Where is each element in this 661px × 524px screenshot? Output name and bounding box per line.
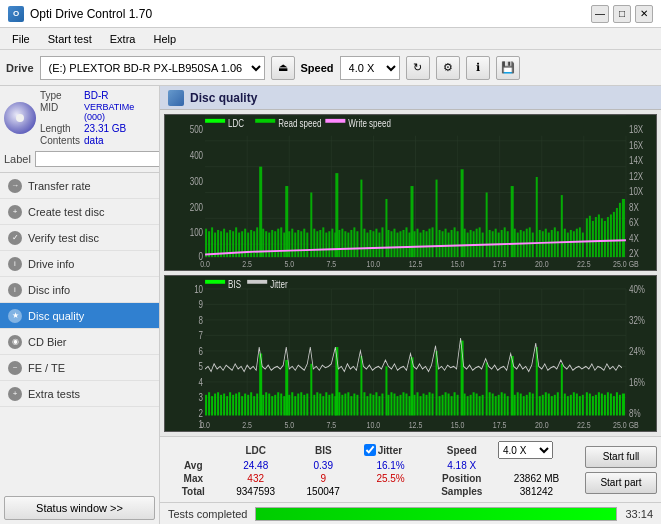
label-input[interactable] xyxy=(35,151,160,167)
svg-text:5.0: 5.0 xyxy=(284,260,294,270)
svg-rect-94 xyxy=(325,233,327,258)
speed-value-select[interactable]: 4.0 X Max 2.0 X xyxy=(498,441,553,459)
status-bar: Tests completed 33:14 xyxy=(160,502,661,524)
total-bis: 150047 xyxy=(291,485,356,498)
svg-rect-102 xyxy=(350,230,352,257)
ldc-col-header: LDC xyxy=(221,444,291,457)
svg-rect-249 xyxy=(285,360,288,416)
svg-text:7.5: 7.5 xyxy=(326,260,336,270)
svg-rect-97 xyxy=(334,233,336,258)
nav-item-drive-info[interactable]: i Drive info xyxy=(0,251,159,277)
drive-select[interactable]: (E:) PLEXTOR BD-R PX-LB950SA 1.06 xyxy=(40,56,265,80)
nav-label-disc-quality: Disc quality xyxy=(28,310,84,322)
svg-rect-357 xyxy=(579,396,581,415)
svg-rect-312 xyxy=(420,396,422,415)
samples-label: Samples xyxy=(425,485,498,498)
svg-rect-371 xyxy=(622,394,625,416)
svg-rect-106 xyxy=(366,233,368,258)
nav-item-disc-quality[interactable]: ★ Disc quality xyxy=(0,303,159,329)
start-part-button[interactable]: Start part xyxy=(585,472,657,494)
svg-rect-242 xyxy=(229,392,231,415)
svg-text:0.0: 0.0 xyxy=(200,260,210,270)
svg-rect-58 xyxy=(247,233,249,258)
svg-rect-112 xyxy=(387,230,389,257)
svg-rect-103 xyxy=(353,227,355,257)
svg-rect-310 xyxy=(414,395,416,416)
nav-item-fe-te[interactable]: ~ FE / TE xyxy=(0,355,159,381)
svg-rect-282 xyxy=(319,394,321,416)
svg-text:8X: 8X xyxy=(629,202,639,213)
svg-rect-296 xyxy=(366,396,368,415)
svg-rect-298 xyxy=(372,395,374,416)
svg-rect-146 xyxy=(504,227,506,257)
ldc-header xyxy=(166,449,221,451)
nav-item-transfer-rate[interactable]: → Transfer rate xyxy=(0,173,159,199)
svg-text:100: 100 xyxy=(190,227,203,238)
svg-rect-270 xyxy=(277,392,279,415)
info-button[interactable]: ℹ xyxy=(466,56,490,80)
speed-select[interactable]: 4.0 X Max 2.0 X 1.0 X xyxy=(340,56,400,80)
mid-key: MID xyxy=(40,102,80,122)
eject-button[interactable]: ⏏ xyxy=(271,56,295,80)
disc-panel-header: Type BD-R MID VERBATIMe (000) Length 23.… xyxy=(4,90,155,146)
svg-rect-238 xyxy=(217,392,219,415)
svg-rect-269 xyxy=(274,395,276,416)
svg-rect-283 xyxy=(322,396,324,415)
svg-rect-105 xyxy=(363,229,365,257)
svg-rect-333 xyxy=(495,396,497,415)
nav-item-cd-bier[interactable]: ◉ CD Bier xyxy=(0,329,159,355)
svg-rect-290 xyxy=(344,394,346,416)
svg-rect-325 xyxy=(467,396,469,415)
close-button[interactable]: ✕ xyxy=(635,5,653,23)
speed-select-cell: 4.0 X Max 2.0 X xyxy=(498,441,575,459)
avg-jitter: 16.1% xyxy=(356,459,426,472)
svg-rect-71 xyxy=(486,193,488,258)
label-key: Label xyxy=(4,153,31,165)
svg-rect-348 xyxy=(548,394,550,416)
svg-rect-101 xyxy=(347,233,349,258)
svg-rect-322 xyxy=(454,392,456,415)
svg-rect-163 xyxy=(567,233,569,258)
settings-button[interactable]: ⚙ xyxy=(436,56,460,80)
toolbar: Drive (E:) PLEXTOR BD-R PX-LB950SA 1.06 … xyxy=(0,50,661,86)
svg-text:500: 500 xyxy=(190,124,203,135)
svg-rect-113 xyxy=(390,231,392,257)
refresh-button[interactable]: ↻ xyxy=(406,56,430,80)
menu-help[interactable]: Help xyxy=(145,31,184,47)
svg-rect-110 xyxy=(378,233,380,258)
nav-item-create-test-disc[interactable]: + Create test disc xyxy=(0,199,159,225)
nav-item-disc-info[interactable]: i Disc info xyxy=(0,277,159,303)
svg-rect-293 xyxy=(353,394,355,416)
svg-rect-136 xyxy=(470,230,472,257)
menu-file[interactable]: File xyxy=(4,31,38,47)
svg-text:20.0: 20.0 xyxy=(535,260,549,270)
jitter-checkbox[interactable] xyxy=(364,444,376,456)
nav-item-extra-tests[interactable]: + Extra tests xyxy=(0,381,159,407)
svg-rect-363 xyxy=(598,392,600,415)
svg-rect-64 xyxy=(310,193,312,258)
minimize-button[interactable]: — xyxy=(591,5,609,23)
svg-rect-261 xyxy=(247,395,249,416)
svg-rect-115 xyxy=(396,233,398,258)
svg-rect-166 xyxy=(576,229,578,257)
start-full-button[interactable]: Start full xyxy=(585,446,657,468)
svg-rect-266 xyxy=(265,392,267,415)
nav-item-verify-test-disc[interactable]: ✓ Verify test disc xyxy=(0,225,159,251)
svg-rect-271 xyxy=(280,394,282,416)
svg-rect-143 xyxy=(495,229,497,257)
svg-text:BIS: BIS xyxy=(228,279,241,290)
svg-rect-85 xyxy=(294,233,296,258)
svg-rect-291 xyxy=(347,392,349,415)
svg-rect-300 xyxy=(378,396,380,415)
svg-rect-118 xyxy=(405,227,407,257)
svg-rect-284 xyxy=(325,392,327,415)
maximize-button[interactable]: □ xyxy=(613,5,631,23)
svg-rect-366 xyxy=(607,392,609,415)
svg-rect-79 xyxy=(274,231,276,257)
jitter-checkbox-cell: Jitter xyxy=(356,443,426,457)
menu-extra[interactable]: Extra xyxy=(102,31,144,47)
svg-rect-360 xyxy=(589,394,591,416)
status-window-button[interactable]: Status window >> xyxy=(4,496,155,520)
menu-start-test[interactable]: Start test xyxy=(40,31,100,47)
save-button[interactable]: 💾 xyxy=(496,56,520,80)
